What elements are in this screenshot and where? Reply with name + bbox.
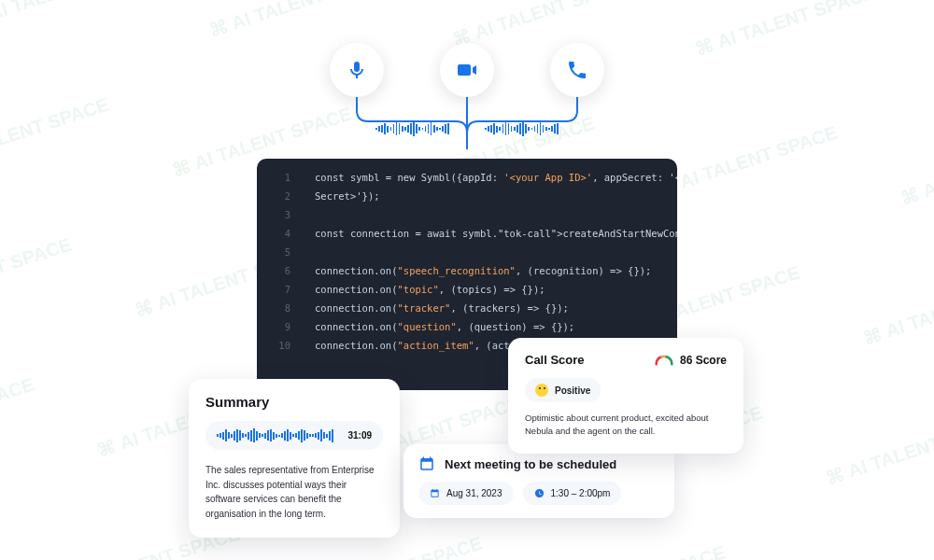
meeting-date-chip[interactable]: Aug 31, 2023 [418,482,514,505]
summary-duration: 31:09 [347,430,372,441]
next-meeting-card: Next meeting to be scheduled Aug 31, 202… [403,444,674,518]
waveform-icon [217,428,340,442]
calendar-small-icon [430,488,440,498]
video-icon [440,43,494,97]
smile-icon [535,384,548,397]
calendar-icon [418,455,435,472]
connector-waveforms [355,114,579,144]
phone-icon [550,43,604,97]
gauge-icon [655,355,673,366]
call-score-card: Call Score 86 Score Positive Optimistic … [508,338,743,454]
summary-audio-chip[interactable]: 31:09 [205,421,383,450]
input-source-icons [330,43,604,97]
meeting-title: Next meeting to be scheduled [445,457,616,471]
score-title: Call Score [525,353,585,367]
sentiment-chip: Positive [525,378,601,402]
clock-icon [534,488,545,498]
microphone-icon [330,43,384,97]
summary-card: Summary 31:09 The sales representative f… [189,379,400,538]
score-value: 86 Score [680,354,727,367]
summary-title: Summary [205,394,383,410]
sentiment-text: Optimistic about current product, excite… [525,412,727,439]
summary-text: The sales representative from Enterprise… [205,463,383,521]
meeting-time-chip[interactable]: 1:30 – 2:00pm [523,482,622,505]
